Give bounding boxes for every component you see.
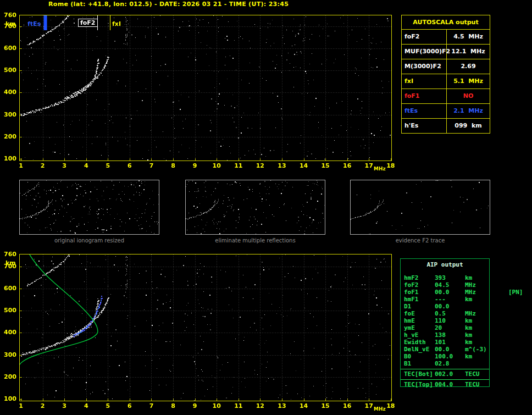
aip-row-hmF1: hmF1---km xyxy=(401,296,489,303)
aip-param-label: B0 xyxy=(404,353,411,360)
y-tick-label: 300 xyxy=(2,351,16,358)
aip-param-label: foE xyxy=(404,310,415,317)
aip-param-label: foF1 xyxy=(404,289,419,296)
aip-row-B0: B0100.0km xyxy=(401,353,489,360)
thumbnail-eliminate-caption: eliminate multiple reflections xyxy=(185,237,325,244)
autoscala-value: 5.1 MHz xyxy=(447,74,490,88)
x-tick-label: 9 xyxy=(190,402,200,410)
y-tick-label: 200 xyxy=(2,373,16,380)
x-tick-label: 1 xyxy=(16,162,26,169)
y-axis-unit: km xyxy=(5,20,16,27)
autoscala-row-MUF(3000)F2: MUF(3000)F212.1 MHz xyxy=(402,44,490,59)
autoscala-value: 099 km xyxy=(447,119,490,133)
autoscala-value: NO xyxy=(447,89,490,103)
autoscala-param-label: fxI xyxy=(402,74,447,88)
aip-note: [PN] xyxy=(508,289,523,296)
main-ionogram-canvas xyxy=(20,15,391,161)
aip-output-table: AIP output hmF2393kmfoF204.5MHzfoF100.0M… xyxy=(400,258,490,387)
x-tick-label: 17 xyxy=(364,162,374,169)
aip-unit: MHz xyxy=(465,289,476,296)
aip-unit: km xyxy=(465,296,472,303)
aip-unit: MHz xyxy=(465,310,476,317)
aip-row-B1: B102.8 xyxy=(401,360,489,367)
aip-value: 20 xyxy=(435,324,442,331)
aip-param-label: hmF2 xyxy=(404,274,419,281)
x-tick-label: 2 xyxy=(38,162,48,169)
y-tick-label: 760 xyxy=(2,251,16,258)
aip-row-ymE: ymE20km xyxy=(401,324,489,331)
aip-value: 0.5 xyxy=(435,310,446,317)
page-title: Rome (lat: +41.8, lon: 012.5) - DATE: 20… xyxy=(48,1,289,8)
aip-value: 110 xyxy=(435,317,446,324)
aip-table-title: AIP output xyxy=(401,259,489,271)
aip-ionogram-canvas xyxy=(20,254,391,401)
aip-unit: m^(-3) xyxy=(465,346,487,353)
thumbnail-original-ionogram xyxy=(19,180,159,235)
x-tick-label: 17 xyxy=(364,402,374,410)
aip-row-Ewidth: Ewidth101km xyxy=(401,339,489,346)
autoscala-row-fxI: fxI5.1 MHz xyxy=(402,74,490,88)
aip-value: 004.0 xyxy=(435,381,453,388)
aip-unit: MHz xyxy=(465,281,476,289)
x-tick-label: 2 xyxy=(38,402,48,410)
x-tick-label: 15 xyxy=(320,402,330,410)
autoscala-param-label: foF2 xyxy=(402,30,447,44)
aip-value: 002.0 xyxy=(435,370,453,378)
aip-value: 00.0 xyxy=(435,303,450,310)
x-tick-label: 13 xyxy=(277,162,287,169)
y-tick-label: 600 xyxy=(2,45,16,52)
aip-row-foF1: foF100.0MHz[PN] xyxy=(401,289,489,296)
x-tick-label: 6 xyxy=(125,162,135,169)
aip-row-hmE: hmE110km xyxy=(401,317,489,324)
autoscala-row-ftEs: ftEs2.1 MHz xyxy=(402,103,490,118)
aip-param-label: foF2 xyxy=(404,281,419,289)
x-tick-label: 3 xyxy=(59,162,69,169)
autoscala-param-label: h'Es xyxy=(402,119,447,133)
y-tick-label: 700 xyxy=(2,23,16,30)
y-tick-label: 200 xyxy=(2,133,16,140)
aip-value: 100.0 xyxy=(435,353,453,360)
x-tick-label: 5 xyxy=(103,402,113,410)
aip-value: 04.5 xyxy=(435,281,450,289)
x-tick-label: 16 xyxy=(342,162,352,169)
x-tick-label: 14 xyxy=(299,402,309,410)
x-tick-label: 5 xyxy=(103,162,113,169)
aip-value: --- xyxy=(435,296,446,303)
ftes-marker-label: ftEs xyxy=(27,20,41,27)
autoscala-value: 2.1 MHz xyxy=(447,104,490,118)
aip-value: 393 xyxy=(435,274,446,281)
x-tick-label: 14 xyxy=(299,162,309,169)
autoscala-table-rows: foF24.5 MHzMUF(3000)F212.1 MHzM(3000)F22… xyxy=(402,29,490,133)
tec-separator xyxy=(401,379,489,380)
aip-value: 00.0 xyxy=(435,289,450,296)
tec-separator xyxy=(401,369,489,369)
aip-param-label: hmE xyxy=(404,317,415,324)
autoscala-param-label: ftEs xyxy=(402,104,447,118)
autoscala-value: 4.5 MHz xyxy=(447,30,490,44)
aip-param-label: TEC[Top] xyxy=(404,381,433,388)
autoscala-param-label: M(3000)F2 xyxy=(402,59,447,74)
x-tick-label: 11 xyxy=(234,162,243,169)
thumbnail-eliminate-reflections xyxy=(185,180,325,235)
x-tick-label: 10 xyxy=(212,402,221,410)
x-tick-label: 10 xyxy=(212,162,221,169)
main-ionogram-panel: ftEs foF2 fxI xyxy=(19,15,392,161)
fof2-marker-label: foF2 xyxy=(78,19,98,27)
aip-row-hmF2: hmF2393km xyxy=(401,274,489,281)
x-tick-label: 6 xyxy=(125,402,135,410)
x-tick-label: 7 xyxy=(146,402,156,410)
thumbnail-eliminate-canvas xyxy=(186,180,325,234)
y-tick-label: 400 xyxy=(2,88,16,96)
x-tick-label: 3 xyxy=(59,402,69,410)
fxi-marker-label: fxI xyxy=(112,20,121,27)
x-axis-unit: MHz xyxy=(374,406,386,412)
autoscala-output-table: AUTOSCALA output foF24.5 MHzMUF(3000)F21… xyxy=(401,15,490,134)
aip-row-TEC[Bot]: TEC[Bot]002.0TECU xyxy=(401,370,489,378)
x-tick-label: 13 xyxy=(277,402,287,410)
aip-value: 101 xyxy=(435,339,446,346)
autoscala-row-h'Es: h'Es099 km xyxy=(402,118,490,133)
thumbnail-evidence-f2 xyxy=(350,180,490,235)
x-tick-label: 9 xyxy=(190,162,200,169)
x-tick-label: 8 xyxy=(168,162,178,169)
x-tick-label: 12 xyxy=(255,402,265,410)
